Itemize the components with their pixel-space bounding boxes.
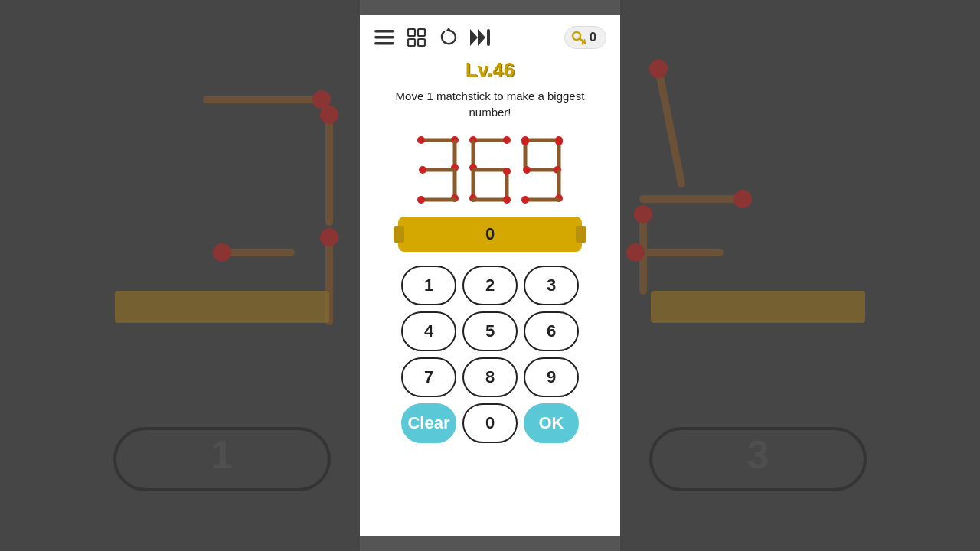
ok-button[interactable]: OK [524,403,579,443]
svg-text:1: 1 [211,432,234,477]
svg-point-7 [213,243,231,262]
btn-8[interactable]: 8 [462,357,518,397]
level-title: Lv.46 [466,58,515,82]
svg-point-64 [521,138,529,145]
btn-5[interactable]: 5 [462,311,518,351]
grid-icon[interactable] [406,27,427,48]
svg-marker-29 [446,28,452,31]
numpad-row-3: 7 8 9 [401,357,579,397]
btn-3[interactable]: 3 [524,266,579,305]
svg-rect-24 [374,42,394,45]
btn-7[interactable]: 7 [401,357,456,397]
svg-rect-25 [408,29,415,36]
svg-point-5 [320,228,338,246]
svg-marker-30 [470,29,478,46]
menu-icon[interactable] [374,27,395,48]
svg-point-12 [649,60,668,78]
key-badge[interactable]: 0 [564,26,606,49]
btn-2[interactable]: 2 [462,266,518,305]
instruction-text: Move 1 matchstick to make a biggest numb… [375,88,605,120]
svg-point-47 [417,196,425,204]
toolbar-left-icons [374,27,492,48]
btn-4[interactable]: 4 [401,311,456,351]
svg-point-43 [419,166,426,174]
svg-rect-28 [418,39,425,46]
svg-point-14 [733,190,752,208]
game-panel: 0 Lv.46 Move 1 matchstick to make a bigg… [360,15,620,536]
svg-point-59 [503,196,511,204]
svg-point-16 [634,205,652,223]
key-count: 0 [590,31,596,44]
numpad: 1 2 3 4 5 6 7 8 9 Clear 0 OK [401,266,579,443]
svg-rect-26 [418,29,425,36]
btn-0[interactable]: 0 [462,403,518,443]
btn-6[interactable]: 6 [524,311,579,351]
numpad-row-2: 4 5 6 [401,311,579,351]
svg-point-3 [320,106,338,124]
answer-value: 0 [485,224,495,243]
btn-1[interactable]: 1 [401,266,456,305]
btn-9[interactable]: 9 [524,357,579,397]
svg-marker-31 [478,29,485,46]
svg-text:3: 3 [747,432,769,477]
svg-rect-10 [115,291,329,323]
svg-point-73 [521,196,529,204]
svg-point-38 [417,136,425,144]
forward-icon[interactable] [470,27,492,48]
svg-rect-32 [487,29,490,46]
digit-9 [519,135,565,204]
svg-point-18 [626,243,645,262]
svg-rect-21 [651,291,865,323]
svg-rect-23 [374,36,394,39]
clear-button[interactable]: Clear [401,403,456,443]
numpad-row-4: Clear 0 OK [401,403,579,443]
svg-line-11 [658,69,681,184]
number-display [360,135,620,204]
toolbar: 0 [360,15,620,55]
svg-rect-27 [408,39,415,46]
svg-rect-22 [374,30,394,33]
svg-point-50 [503,136,511,144]
digit-6 [467,135,513,204]
answer-bar: 0 [398,217,582,252]
digit-3 [415,135,461,204]
refresh-icon[interactable] [438,27,459,48]
numpad-row-1: 1 2 3 [401,266,579,305]
svg-point-57 [503,168,511,175]
svg-point-66 [555,138,563,145]
svg-point-68 [523,166,531,174]
